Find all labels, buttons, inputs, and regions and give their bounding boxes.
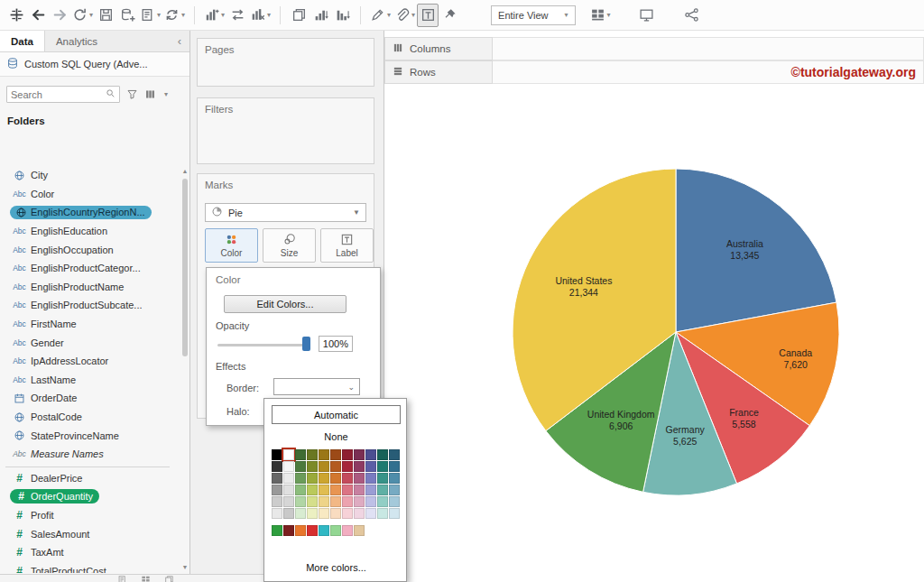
field-row[interactable]: #OrderQuantity bbox=[0, 487, 177, 506]
color-swatch[interactable] bbox=[307, 473, 318, 484]
color-swatch[interactable] bbox=[272, 508, 282, 519]
color-swatch[interactable] bbox=[307, 508, 318, 519]
color-swatch[interactable] bbox=[272, 449, 282, 460]
color-swatch[interactable] bbox=[272, 473, 282, 484]
border-color-dropdown[interactable]: ⌄ bbox=[273, 378, 360, 395]
color-swatch[interactable] bbox=[389, 485, 400, 495]
forward-button[interactable] bbox=[49, 4, 70, 27]
field-row[interactable]: AbcEnglishProductCategor... bbox=[0, 259, 177, 278]
add-chart-button[interactable]: ▾ bbox=[202, 4, 226, 27]
color-swatch[interactable] bbox=[377, 485, 388, 495]
color-swatch[interactable] bbox=[319, 496, 329, 507]
color-swatch[interactable] bbox=[295, 525, 306, 536]
color-swatch[interactable] bbox=[342, 449, 353, 460]
color-swatch[interactable] bbox=[295, 496, 306, 507]
selected-field-pill[interactable]: #OrderQuantity bbox=[10, 489, 99, 503]
sort-descending-button[interactable] bbox=[331, 4, 353, 27]
color-swatch[interactable] bbox=[319, 508, 329, 519]
color-swatch[interactable] bbox=[389, 496, 400, 507]
color-swatch[interactable] bbox=[354, 496, 365, 507]
color-swatch[interactable] bbox=[354, 525, 365, 536]
field-row[interactable]: AbcEnglishEducation bbox=[0, 222, 177, 241]
new-dashboard-tab-icon[interactable] bbox=[164, 575, 175, 582]
color-swatch[interactable] bbox=[330, 461, 341, 472]
show-mark-labels-button[interactable] bbox=[417, 4, 439, 27]
color-swatch[interactable] bbox=[307, 449, 318, 460]
color-swatch[interactable] bbox=[295, 508, 306, 519]
color-swatch[interactable] bbox=[319, 525, 329, 536]
color-swatch[interactable] bbox=[377, 496, 388, 507]
color-swatch[interactable] bbox=[377, 473, 388, 484]
show-me-button[interactable]: ▾ bbox=[588, 4, 613, 27]
automatic-option[interactable]: Automatic bbox=[272, 405, 401, 424]
color-swatch[interactable] bbox=[365, 508, 376, 519]
color-swatch[interactable] bbox=[342, 525, 353, 536]
field-row[interactable]: AbcEnglishOccupation bbox=[0, 240, 177, 259]
field-row[interactable]: AbcFirstName bbox=[0, 315, 177, 334]
field-row[interactable]: AbcLastName bbox=[0, 371, 177, 390]
sort-ascending-button[interactable] bbox=[310, 4, 331, 27]
color-swatch[interactable] bbox=[330, 473, 341, 484]
color-swatch[interactable] bbox=[330, 508, 341, 519]
edit-colors-button[interactable]: Edit Colors... bbox=[224, 295, 346, 313]
color-swatch[interactable] bbox=[319, 461, 329, 472]
color-swatch[interactable] bbox=[283, 473, 294, 484]
new-worksheet-tab-icon[interactable] bbox=[141, 575, 152, 582]
color-swatch[interactable] bbox=[342, 496, 353, 507]
refresh-button[interactable]: ▾ bbox=[162, 4, 187, 27]
field-row[interactable]: AbcGender bbox=[0, 333, 177, 352]
filter-fields-icon[interactable] bbox=[126, 88, 138, 100]
back-button[interactable] bbox=[27, 4, 49, 27]
field-row[interactable]: AbcIpAddressLocator bbox=[0, 352, 177, 371]
color-swatch[interactable] bbox=[283, 508, 294, 519]
scroll-up-icon[interactable]: ▲ bbox=[181, 168, 189, 175]
paperclip-button[interactable]: ▾ bbox=[393, 4, 417, 27]
new-worksheet-button[interactable]: ▾ bbox=[138, 4, 162, 27]
color-swatch[interactable] bbox=[330, 496, 341, 507]
color-swatch[interactable] bbox=[377, 449, 388, 460]
field-row[interactable]: AbcColor bbox=[0, 185, 177, 204]
color-swatch[interactable] bbox=[319, 449, 329, 460]
tableau-logo-button[interactable] bbox=[5, 4, 27, 27]
fix-axes-button[interactable] bbox=[439, 4, 460, 27]
color-swatch[interactable] bbox=[365, 461, 376, 472]
color-swatch[interactable] bbox=[295, 461, 306, 472]
color-swatch[interactable] bbox=[389, 473, 400, 484]
color-swatch[interactable] bbox=[342, 508, 353, 519]
color-swatch[interactable] bbox=[307, 496, 318, 507]
columns-shelf[interactable] bbox=[493, 37, 924, 60]
color-swatch[interactable] bbox=[354, 461, 365, 472]
color-swatch[interactable] bbox=[342, 485, 353, 495]
fit-view-select[interactable]: Entire View ▾ bbox=[491, 5, 575, 25]
field-row[interactable]: EnglishCountryRegionN... bbox=[0, 203, 177, 222]
presentation-mode-button[interactable] bbox=[636, 4, 658, 27]
field-row[interactable]: #TotalProductCost bbox=[0, 561, 177, 573]
none-option[interactable]: None bbox=[272, 429, 401, 445]
color-swatch[interactable] bbox=[272, 525, 282, 536]
selected-field-pill[interactable]: EnglishCountryRegionN... bbox=[10, 206, 152, 219]
color-swatch[interactable] bbox=[307, 461, 318, 472]
search-input[interactable] bbox=[11, 89, 106, 100]
field-row[interactable]: #TaxAmt bbox=[0, 543, 177, 562]
share-button[interactable] bbox=[681, 4, 703, 27]
scrollbar-thumb[interactable] bbox=[182, 179, 188, 356]
scroll-down-icon[interactable]: ▼ bbox=[181, 564, 189, 571]
highlighter-button[interactable]: ▾ bbox=[368, 4, 393, 27]
color-swatch[interactable] bbox=[354, 485, 365, 495]
collapse-pane-icon[interactable]: ‹ bbox=[170, 31, 189, 51]
color-swatch[interactable] bbox=[365, 449, 376, 460]
field-row[interactable]: AbcMeasure Names bbox=[0, 445, 177, 464]
view-options-icon[interactable] bbox=[144, 88, 156, 100]
color-swatch[interactable] bbox=[272, 496, 282, 507]
more-colors-option[interactable]: More colors... bbox=[272, 562, 401, 573]
opacity-slider-handle[interactable] bbox=[302, 337, 310, 351]
color-swatch[interactable] bbox=[319, 485, 329, 495]
field-row[interactable]: StateProvinceName bbox=[0, 426, 177, 445]
color-swatch[interactable] bbox=[295, 473, 306, 484]
field-row[interactable]: AbcEnglishProductSubcate... bbox=[0, 296, 177, 315]
color-swatch[interactable] bbox=[365, 485, 376, 495]
color-swatch[interactable] bbox=[283, 449, 294, 460]
duplicate-button[interactable] bbox=[288, 4, 310, 27]
size-mark-button[interactable]: Size bbox=[263, 228, 316, 263]
color-swatch[interactable] bbox=[365, 496, 376, 507]
